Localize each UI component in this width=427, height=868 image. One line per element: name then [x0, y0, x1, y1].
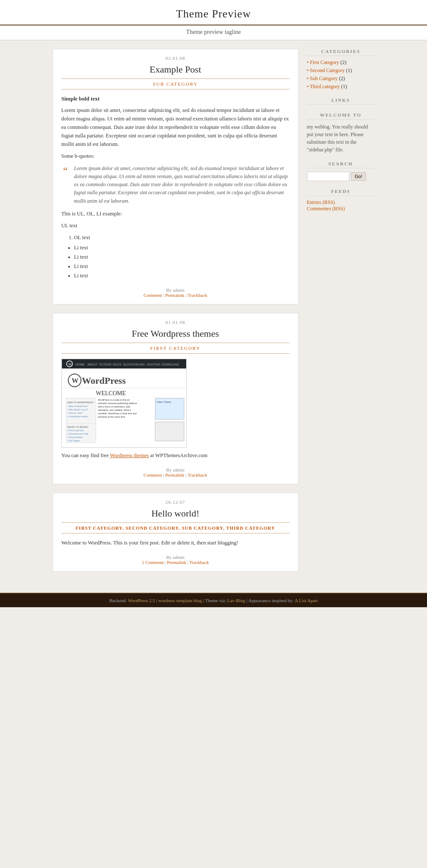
category-link-4[interactable]: Third category	[310, 84, 340, 89]
svg-text:• Download and install: • Download and install	[67, 433, 88, 435]
footer-text-3: | Theme via:	[202, 598, 227, 603]
post-author-3: By admin	[166, 555, 184, 560]
post-body-text-2: You can easy find free Wordpress themes …	[61, 451, 290, 460]
svg-text:BLOG: BLOG	[123, 363, 131, 366]
svg-text:priceless at the same time.: priceless at the same time.	[98, 416, 126, 418]
post-body-2: W HOME ABOUT EXTEND DOCS BLOG FORUMS HOS…	[61, 359, 290, 460]
category-link-1[interactable]: First Category	[310, 59, 339, 65]
ul-ol-intro: This is UL, OL, LI example:	[61, 209, 290, 218]
footer-text-4: | Appearance inspired by:	[245, 598, 295, 603]
post-trackback-3[interactable]: Trackback	[190, 560, 209, 565]
search-form: Go!	[307, 172, 375, 181]
post-title-3: Hello world!	[61, 508, 290, 519]
svg-text:standards, and usability. What: standards, and usability. What a	[98, 409, 131, 411]
post-comment-link-1[interactable]: Comment	[144, 293, 162, 298]
ul-label: UL text	[61, 221, 290, 230]
post-blockquote: “ Lorem ipsum dolor sit amet, consectetu…	[70, 165, 290, 205]
post-para-1: Lorem ipsum dolor sit amet, consectetur …	[61, 106, 290, 148]
svg-text:semantic personal publishing p: semantic personal publishing platform	[98, 402, 137, 405]
feeds-links: Entries (RSS) Commentes (RSS)	[307, 199, 375, 212]
categories-heading: CATEGORIES	[307, 49, 375, 56]
post-permalink-1[interactable]: Permalink	[165, 293, 184, 298]
post-footer-3: By admin 1 Comment | Permalink | Trackba…	[61, 550, 290, 567]
search-button[interactable]: Go!	[351, 172, 366, 181]
post-hello-world: 26.12.07 Hello world! FIRST CATEGORY, SE…	[53, 493, 299, 572]
category-item-2: Second Category (1)	[307, 67, 375, 74]
welcome-widget: WELCOME TO my weblog. You really should …	[307, 112, 375, 154]
svg-text:NEW TO WORDPRESS?: NEW TO WORDPRESS?	[67, 401, 94, 404]
footer-link-wordpress[interactable]: WordPress 2.5	[128, 598, 155, 603]
post-title-2: Free Wordpress themes	[61, 328, 290, 339]
svg-text:EXTEND: EXTEND	[100, 363, 112, 366]
svg-text:• Get Support: • Get Support	[67, 439, 81, 442]
welcome-heading: WELCOME TO	[307, 112, 375, 120]
bquote-intro: Some b-quotes:	[61, 152, 290, 160]
svg-text:Cubric Theme: Cubric Theme	[156, 401, 171, 403]
li-item-4: Li text	[74, 271, 290, 280]
svg-text:READY TO BEGIN?: READY TO BEGIN?	[67, 426, 89, 428]
svg-text:mouthful. WordPress is both fr: mouthful. WordPress is both free and	[98, 412, 137, 415]
post-permalink-3[interactable]: Permalink	[167, 560, 186, 565]
category-item-3: Sub Category (2)	[307, 75, 375, 82]
ol-item: OL text	[74, 233, 290, 242]
category-link-3[interactable]: Sub Category	[310, 75, 338, 81]
tagline-bar: Theme preview tagline	[0, 25, 427, 40]
feeds-widget: FEEDS Entries (RSS) Commentes (RSS)	[307, 189, 375, 212]
post-example: 02.01.08 Example Post SUB CATEGORY Simpl…	[53, 49, 299, 304]
post-author-1: By admin	[166, 287, 184, 293]
category-count-2: (1)	[346, 67, 352, 73]
post-permalink-2[interactable]: Permalink	[165, 472, 184, 477]
post-comment-link-2[interactable]: Comment	[144, 472, 162, 477]
svg-rect-38	[155, 422, 184, 441]
svg-text:• What is WordPress?: • What is WordPress?	[67, 405, 88, 407]
post-wp-themes: 01.01.08 Free Wordpress themes FIRST CAT…	[53, 313, 299, 484]
comments-rss-link[interactable]: Commentes (RSS)	[307, 206, 375, 212]
ordered-list: OL text	[74, 233, 290, 242]
category-item-1: First Category (2)	[307, 59, 375, 66]
svg-text:• A wordpress session: • A wordpress session	[67, 415, 88, 418]
entries-rss-link[interactable]: Entries (RSS)	[307, 199, 375, 206]
svg-text:W: W	[68, 362, 72, 366]
category-count-3: (2)	[339, 75, 345, 81]
post-category-3: FIRST CATEGORY, SECOND CATEGORY, SUB CAT…	[61, 522, 290, 533]
footer-link-template[interactable]: wordress template blog	[158, 598, 202, 603]
li-item-3: Li text	[74, 262, 290, 271]
category-link-2[interactable]: Second Category	[310, 67, 345, 73]
svg-text:WordPress: WordPress	[82, 375, 126, 386]
svg-text:with a focus on aesthetics, we: with a focus on aesthetics, web	[98, 405, 130, 408]
category-count-4: (1)	[341, 84, 347, 89]
svg-text:HOME: HOME	[75, 363, 84, 366]
site-title: Theme Preview	[0, 8, 427, 20]
category-item-4: Third category (1)	[307, 84, 375, 90]
post-comment-link-3[interactable]: 1 Comment	[142, 560, 164, 565]
svg-text:DOWNLOAD: DOWNLOAD	[162, 363, 179, 366]
li-item-2: Li text	[74, 253, 290, 261]
post-date-3: 26.12.07	[61, 500, 290, 505]
post-footer-1: By admin Comment | Permalink | Trackback	[61, 283, 290, 300]
unordered-list: Li text Li text Li text Li text	[74, 243, 290, 280]
post-bold-heading: Simple bold text	[61, 95, 290, 103]
content-area: 02.01.08 Example Post SUB CATEGORY Simpl…	[53, 49, 299, 580]
main-wrapper: 02.01.08 Example Post SUB CATEGORY Simpl…	[48, 40, 379, 589]
site-header: Theme Preview	[0, 0, 427, 25]
li-item-1: Li text	[74, 243, 290, 252]
post-trackback-2[interactable]: Trackback	[187, 472, 207, 477]
wordpress-screenshot: W HOME ABOUT EXTEND DOCS BLOG FORUMS HOS…	[61, 359, 187, 448]
feeds-heading: FEEDS	[307, 189, 375, 196]
search-heading: SEARCH	[307, 161, 375, 168]
post-date-1: 02.01.08	[61, 56, 290, 61]
post-title-1: Example Post	[61, 64, 290, 75]
categories-widget: CATEGORIES First Category (2) Second Cat…	[307, 49, 375, 90]
svg-text:DOCS: DOCS	[113, 363, 122, 366]
search-input[interactable]	[307, 172, 349, 181]
quote-marks: “	[62, 163, 68, 179]
post-trackback-1[interactable]: Trackback	[187, 293, 207, 298]
footer-text-1: Backend:	[109, 598, 128, 603]
footer-link-alist[interactable]: A List Apart	[295, 598, 318, 603]
search-widget: SEARCH Go!	[307, 161, 375, 181]
wp-themes-link[interactable]: Wordpress themes	[110, 452, 149, 458]
footer-link-lav[interactable]: Lav-Blog	[227, 598, 245, 603]
post-date-2: 01.01.08	[61, 320, 290, 325]
category-count-1: (2)	[340, 59, 346, 65]
svg-text:WordPress is a state-of-the-ar: WordPress is a state-of-the-art	[98, 399, 130, 401]
